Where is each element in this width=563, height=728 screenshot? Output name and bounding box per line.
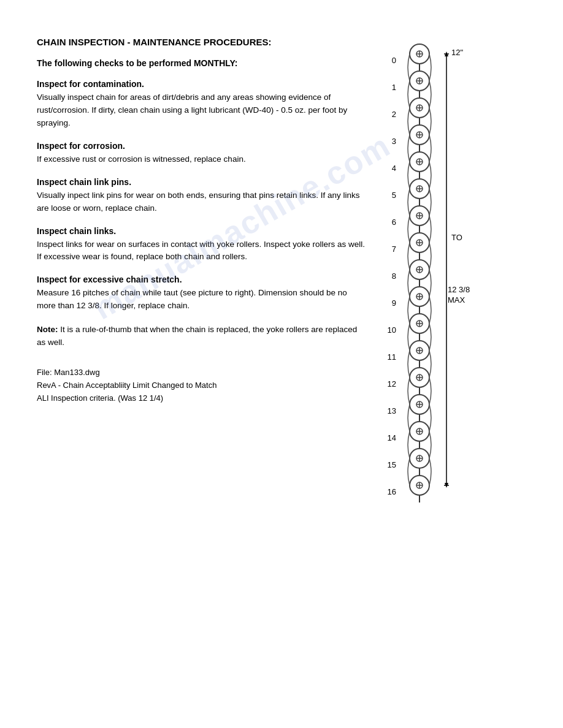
- section-link-pins: Inspect chain link pins. Visually inpect…: [37, 177, 367, 215]
- monthly-heading: The following checks to be performed MON…: [37, 58, 367, 68]
- dim-to-label: TO: [451, 233, 462, 242]
- chain-num-1: 1: [379, 74, 396, 100]
- right-content: 0 1 2 3 4 5 6 7 8 9 10 11 12 13 14 15 16: [379, 37, 526, 703]
- chain-num-5: 5: [379, 181, 396, 208]
- section-contamination-title: Inspect for contamination.: [37, 79, 367, 89]
- file-info: File: Man133.dwg RevA - Chain Acceptabli…: [37, 366, 367, 404]
- chain-num-9: 9: [379, 289, 396, 316]
- chain-numbers: 0 1 2 3 4 5 6 7 8 9 10 11 12 13 14 15 16: [379, 43, 396, 505]
- section-corrosion-title: Inspect for corrosion.: [37, 141, 367, 151]
- chain-num-3: 3: [379, 127, 396, 154]
- dim-12-label: 12": [451, 48, 463, 57]
- section-chain-links-title: Inspect chain links.: [37, 226, 367, 236]
- main-title: CHAIN INSPECTION - MAINTENANCE PROCEDURE…: [37, 37, 367, 47]
- section-contamination-body: Visually inspect chain for areas of dirt…: [37, 91, 367, 130]
- section-link-pins-title: Inspect chain link pins.: [37, 177, 367, 187]
- chain-num-4: 4: [379, 154, 396, 181]
- section-chain-links-body: Inspect links for wear on surfaces in co…: [37, 238, 367, 264]
- section-corrosion-body: If excessive rust or corrosion is witnes…: [37, 153, 367, 166]
- section-contamination: Inspect for contamination. Visually insp…: [37, 79, 367, 130]
- dimension-svg: [440, 43, 489, 509]
- chain-num-11: 11: [379, 343, 396, 370]
- dim-38-label: 12 3/8 MAX: [448, 285, 470, 306]
- chain-num-12: 12: [379, 370, 396, 397]
- chain-svg-container: [401, 43, 438, 510]
- chain-diagram-wrapper: 0 1 2 3 4 5 6 7 8 9 10 11 12 13 14 15 16: [379, 43, 489, 510]
- file-line3: ALI Inspection criteria. (Was 12 1/4): [37, 392, 367, 405]
- chain-num-14: 14: [379, 424, 396, 451]
- chain-svg: [401, 43, 438, 509]
- chain-num-15: 15: [379, 451, 396, 478]
- chain-num-7: 7: [379, 235, 396, 262]
- chain-num-2: 2: [379, 100, 396, 127]
- file-line1: File: Man133.dwg: [37, 366, 367, 379]
- section-chain-stretch-body: Measure 16 pitches of chain while taut (…: [37, 287, 367, 313]
- section-chain-links: Inspect chain links. Inspect links for w…: [37, 226, 367, 264]
- note-label: Note:: [37, 325, 58, 334]
- file-line2: RevA - Chain Acceptabliity Limit Changed…: [37, 379, 367, 392]
- note-section: Note: It is a rule-of-thumb that when th…: [37, 324, 367, 349]
- chain-num-6: 6: [379, 208, 396, 235]
- chain-num-0: 0: [379, 47, 396, 74]
- section-chain-stretch-title: Inspect for excessive chain stretch.: [37, 275, 367, 284]
- section-chain-stretch: Inspect for excessive chain stretch. Mea…: [37, 275, 367, 313]
- chain-num-8: 8: [379, 262, 396, 289]
- chain-num-10: 10: [379, 316, 396, 343]
- chain-num-16: 16: [379, 478, 396, 505]
- section-link-pins-body: Visually inpect link pins for wear on bo…: [37, 189, 367, 215]
- section-corrosion: Inspect for corrosion. If excessive rust…: [37, 141, 367, 166]
- left-content: CHAIN INSPECTION - MAINTENANCE PROCEDURE…: [37, 37, 379, 703]
- chain-num-13: 13: [379, 397, 396, 424]
- note-text: It is a rule-of-thumb that when the chai…: [37, 325, 357, 347]
